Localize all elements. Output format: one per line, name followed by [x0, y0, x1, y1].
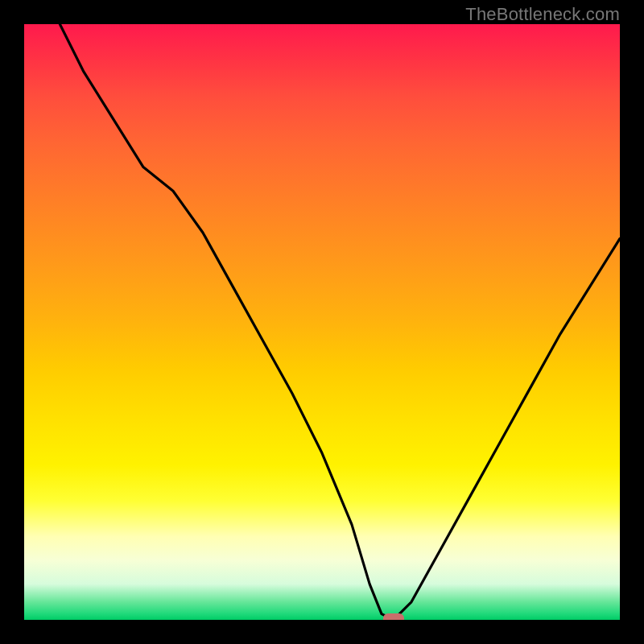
chart-frame: TheBottleneck.com: [0, 0, 644, 644]
plot-area: [24, 24, 620, 620]
bottleneck-curve: [24, 24, 620, 620]
optimum-marker: [383, 613, 404, 620]
watermark-text: TheBottleneck.com: [465, 4, 620, 25]
